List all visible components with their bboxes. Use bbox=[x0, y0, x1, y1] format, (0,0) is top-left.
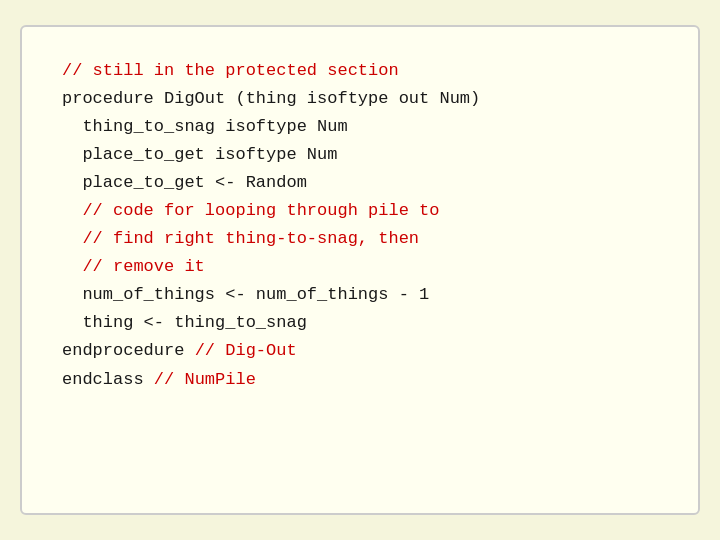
code-text: // NumPile bbox=[154, 370, 256, 389]
code-line: // remove it bbox=[62, 253, 658, 281]
code-text: // remove it bbox=[62, 257, 205, 276]
code-text: thing_to_snag isoftype Num bbox=[62, 117, 348, 136]
code-line: // still in the protected section bbox=[62, 57, 658, 85]
code-line: thing <- thing_to_snag bbox=[62, 309, 658, 337]
code-line: // code for looping through pile to bbox=[62, 197, 658, 225]
code-text: thing <- thing_to_snag bbox=[62, 313, 307, 332]
code-text: // still in the protected section bbox=[62, 61, 399, 80]
code-text: // find right thing-to-snag, then bbox=[62, 229, 419, 248]
code-line: place_to_get isoftype Num bbox=[62, 141, 658, 169]
code-text: endprocedure bbox=[62, 341, 195, 360]
code-text: num_of_things <- num_of_things - 1 bbox=[62, 285, 429, 304]
code-line: procedure DigOut (thing isoftype out Num… bbox=[62, 85, 658, 113]
code-line: endprocedure // Dig-Out bbox=[62, 337, 658, 365]
code-block: // still in the protected sectionprocedu… bbox=[62, 57, 658, 394]
code-text: place_to_get <- Random bbox=[62, 173, 307, 192]
code-line: place_to_get <- Random bbox=[62, 169, 658, 197]
code-text: // Dig-Out bbox=[195, 341, 297, 360]
code-line: // find right thing-to-snag, then bbox=[62, 225, 658, 253]
code-line: endclass // NumPile bbox=[62, 366, 658, 394]
code-line: num_of_things <- num_of_things - 1 bbox=[62, 281, 658, 309]
code-text: endclass bbox=[62, 370, 154, 389]
code-text: procedure DigOut (thing isoftype out Num… bbox=[62, 89, 480, 108]
code-text: place_to_get isoftype Num bbox=[62, 145, 337, 164]
code-line: thing_to_snag isoftype Num bbox=[62, 113, 658, 141]
code-container: // still in the protected sectionprocedu… bbox=[20, 25, 700, 515]
code-text: // code for looping through pile to bbox=[62, 201, 439, 220]
